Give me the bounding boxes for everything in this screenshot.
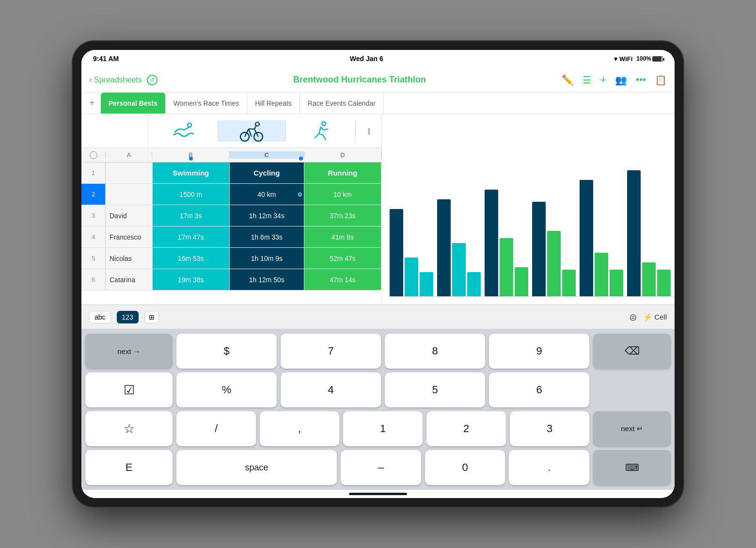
key-6[interactable]: 6 xyxy=(489,372,589,407)
chart-bar xyxy=(467,272,481,296)
chart-bar xyxy=(532,202,546,296)
chart-bar-group xyxy=(485,190,528,296)
cell-swim[interactable]: 16m 53s xyxy=(153,248,230,269)
next-button[interactable]: next → xyxy=(85,334,173,369)
cell-2a[interactable] xyxy=(106,184,153,205)
cell-2b[interactable]: 1500 m xyxy=(153,184,230,205)
key-3[interactable]: 3 xyxy=(510,411,589,446)
status-date: Wed Jan 6 xyxy=(350,55,383,63)
key-dash[interactable]: – xyxy=(341,450,421,485)
table-row: 5 Nicolas 16m 53s 1h 10m 9s 52m 47s xyxy=(81,248,381,269)
cell-cycle[interactable]: 1h 12m 50s xyxy=(230,269,304,290)
star-button[interactable]: ☆ xyxy=(85,411,173,446)
chart-bar xyxy=(547,231,561,296)
cell-name[interactable]: Nicolas xyxy=(106,248,153,269)
key-0[interactable]: 0 xyxy=(425,450,505,485)
cell-name[interactable]: David xyxy=(106,205,153,226)
home-indicator xyxy=(81,490,675,498)
percent-key[interactable]: % xyxy=(176,372,277,407)
table-row: 3 David 17m 3s 1h 12m 34s 37m 23s xyxy=(81,205,381,226)
cell-2d[interactable]: 10 km xyxy=(304,184,381,205)
key-7[interactable]: 7 xyxy=(281,334,381,369)
chart-bar xyxy=(420,272,433,296)
cell-run[interactable]: 41m 8s xyxy=(304,226,381,247)
icons-row: ‖ xyxy=(81,114,381,148)
circle-select[interactable] xyxy=(90,151,97,159)
cell-2c[interactable]: 40 km xyxy=(230,184,304,205)
comma-key[interactable]: , xyxy=(260,411,339,446)
cell-run[interactable]: 47m 14s xyxy=(304,269,381,290)
keyboard-area: next → ☑ ☆ E $ 7 8 9 % 4 5 6 xyxy=(81,329,675,490)
cell-swim[interactable]: 17m 47s xyxy=(153,226,230,247)
cell-label[interactable]: ⚡ Cell xyxy=(643,313,667,322)
cell-1a[interactable] xyxy=(106,162,153,183)
keyboard-left: next → ☑ ☆ E xyxy=(85,334,173,485)
cell-1d[interactable]: Running xyxy=(304,162,381,183)
col-header-b[interactable]: B xyxy=(152,151,229,159)
space-key[interactable]: space xyxy=(176,450,337,485)
tab-hill-repeats[interactable]: Hill Repeats xyxy=(247,93,299,113)
running-icon-cell xyxy=(286,120,356,142)
table-row: 2 1500 m 40 km 10 km xyxy=(81,184,381,205)
file-icon[interactable]: 📋 xyxy=(655,74,667,86)
grid-format-btn[interactable]: ⊞ xyxy=(144,311,159,323)
chart-bar-group xyxy=(580,180,623,296)
cell-run[interactable]: 52m 47s xyxy=(304,248,381,269)
cell-name[interactable]: Catarina xyxy=(106,269,153,290)
key-2[interactable]: 2 xyxy=(426,411,506,446)
key-dot[interactable]: . xyxy=(509,450,589,485)
cell-cycle[interactable]: 1h 12m 34s xyxy=(230,205,304,226)
back-chevron-icon: ‹ xyxy=(89,75,92,85)
delete-key[interactable]: ⌫ xyxy=(593,334,671,369)
abc-format-btn[interactable]: abc xyxy=(89,311,111,323)
back-button[interactable]: ‹ Spreadsheets ↺ xyxy=(89,75,158,85)
keyboard-dismiss-button[interactable]: ⌨ xyxy=(593,450,671,485)
wifi-icon: ▾ WiFi xyxy=(614,55,632,63)
tab-race-events-calendar[interactable]: Race Events Calendar xyxy=(300,93,384,113)
cell-cycle[interactable]: 1h 10m 9s xyxy=(230,248,304,269)
cell-swim[interactable]: 19m 38s xyxy=(153,269,230,290)
key-4[interactable]: 4 xyxy=(281,372,381,407)
freeze-indicator: ‖ xyxy=(356,127,381,135)
cell-cycle[interactable]: 1h 6m 33s xyxy=(230,226,304,247)
dollar-key[interactable]: $ xyxy=(176,334,277,369)
spreadsheet-area: ‖ A B C D xyxy=(81,114,675,305)
add-tab-button[interactable]: + xyxy=(89,97,95,109)
e-button[interactable]: E xyxy=(85,450,173,485)
chart-bar xyxy=(627,170,641,296)
more-icon[interactable]: ••• xyxy=(636,74,646,85)
col-header-d[interactable]: D xyxy=(304,151,381,159)
cell-run[interactable]: 37m 23s xyxy=(304,205,381,226)
chart-bar xyxy=(580,180,593,296)
undo-icon[interactable]: ↺ xyxy=(147,75,158,85)
chart-bar-group xyxy=(390,209,433,296)
key-1[interactable]: 1 xyxy=(343,411,423,446)
status-time: 9:41 AM xyxy=(93,55,119,63)
chart-area xyxy=(382,114,675,305)
people-icon[interactable]: 👥 xyxy=(615,74,627,86)
checkbox-button[interactable]: ☑ xyxy=(85,372,173,407)
tab-womens-race-times[interactable]: Women's Race Times xyxy=(166,93,247,113)
cell-swim[interactable]: 17m 3s xyxy=(153,205,230,226)
spreadsheet: ‖ A B C D xyxy=(81,114,382,305)
num-format-btn[interactable]: 123 xyxy=(117,311,139,323)
key-8[interactable]: 8 xyxy=(385,334,485,369)
slash-key[interactable]: / xyxy=(176,411,256,446)
cell-1b[interactable]: Swimming xyxy=(153,162,230,183)
chart-bar xyxy=(657,270,671,296)
key-5[interactable]: 5 xyxy=(385,372,485,407)
pen-icon[interactable]: ✏️ xyxy=(562,74,574,86)
next-enter-button[interactable]: next ↵ xyxy=(593,411,671,446)
col-header-c[interactable]: C xyxy=(230,151,304,159)
table-row: 6 Catarina 19m 38s 1h 12m 50s 47m 14s xyxy=(81,269,381,290)
cell-1c[interactable]: Cycling xyxy=(230,162,304,183)
col-header-a[interactable]: A xyxy=(106,151,152,159)
column-headers: A B C D xyxy=(81,148,381,162)
add-icon[interactable]: + xyxy=(600,74,606,86)
list-icon[interactable]: ☰ xyxy=(583,74,591,86)
tab-personal-bests[interactable]: Personal Bests xyxy=(101,93,166,113)
equals-icon[interactable]: ⊜ xyxy=(629,311,637,323)
key-9[interactable]: 9 xyxy=(489,334,589,369)
chart-bar-group xyxy=(532,202,576,296)
cell-name[interactable]: Francesco xyxy=(106,226,153,247)
